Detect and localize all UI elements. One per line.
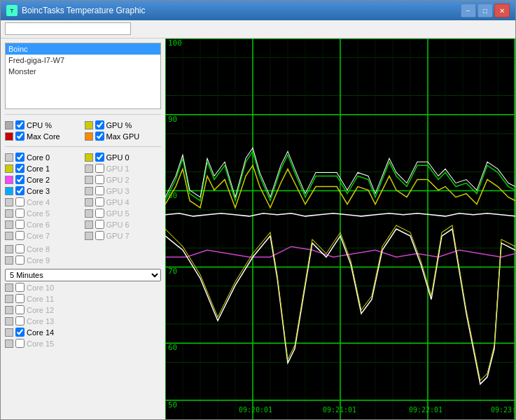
core6-swatch xyxy=(5,220,13,229)
core15-swatch xyxy=(5,340,13,348)
gpu6-checkbox[interactable] xyxy=(95,220,104,229)
time-dropdown-row: 1 Minute 5 Minutes 15 Minutes 30 Minutes… xyxy=(5,269,161,281)
computer-item-monster[interactable]: Monster xyxy=(6,66,160,77)
gpu2-checkbox[interactable] xyxy=(95,175,104,184)
core11-row: Core 11 xyxy=(5,293,161,304)
gpu7-swatch xyxy=(85,232,93,240)
core13-checkbox[interactable] xyxy=(15,316,25,326)
gpu1-label: GPU 1 xyxy=(106,164,130,173)
core0-label: Core 0 xyxy=(27,153,50,162)
title-buttons: − □ ✕ xyxy=(461,4,510,18)
window-title: BoincTasks Temperature Graphic xyxy=(22,6,146,15)
core1-row: Core 1 xyxy=(5,163,82,174)
core14-row: Core 14 xyxy=(5,327,161,337)
computer-item-boinc[interactable]: Boinc xyxy=(6,43,160,55)
core5-label: Core 5 xyxy=(27,209,50,218)
core11-checkbox[interactable] xyxy=(15,294,25,303)
gpu0-swatch xyxy=(85,153,93,162)
gpu1-swatch xyxy=(85,164,93,173)
max-gpu-label: Max GPU xyxy=(106,132,140,141)
max-gpu-swatch xyxy=(85,132,93,141)
core12-swatch xyxy=(5,306,13,314)
core9-row: Core 9 xyxy=(5,255,161,265)
gpu5-checkbox[interactable] xyxy=(95,209,104,218)
cpu-percent-checkbox[interactable] xyxy=(15,120,25,130)
extended-cores-list: Core 8 Core 9 1 Minute 5 Minutes 15 Minu… xyxy=(5,244,161,349)
core5-checkbox[interactable] xyxy=(15,209,25,218)
core12-row: Core 12 xyxy=(5,304,161,315)
core9-label: Core 9 xyxy=(27,256,50,265)
core3-swatch xyxy=(5,187,13,195)
gpu-percent-checkbox[interactable] xyxy=(95,120,104,130)
core2-checkbox[interactable] xyxy=(15,175,25,184)
gpu4-label: GPU 4 xyxy=(106,198,130,206)
core-gpu-checkboxes: Core 0 GPU 0 Core 1 GPU 1 xyxy=(5,152,161,241)
core5-row: Core 5 xyxy=(5,208,82,218)
core9-swatch xyxy=(5,256,13,265)
gpu7-checkbox[interactable] xyxy=(95,231,104,240)
time-select[interactable]: 1 Minute 5 Minutes 15 Minutes 30 Minutes… xyxy=(5,269,161,281)
core4-checkbox[interactable] xyxy=(15,197,25,206)
max-gpu-checkbox[interactable] xyxy=(95,132,104,141)
divider-1 xyxy=(5,114,161,115)
core2-label: Core 2 xyxy=(27,176,50,184)
gpu0-checkbox[interactable] xyxy=(95,153,104,162)
svg-text:100: 100 xyxy=(168,38,182,48)
svg-text:T: T xyxy=(11,8,14,14)
core13-row: Core 13 xyxy=(5,316,161,326)
core8-checkbox[interactable] xyxy=(15,244,25,253)
core10-checkbox[interactable] xyxy=(15,283,25,292)
core11-swatch xyxy=(5,295,13,303)
core3-checkbox[interactable] xyxy=(15,186,25,195)
gpu0-label: GPU 0 xyxy=(106,153,130,162)
core1-checkbox[interactable] xyxy=(15,164,25,173)
core9-checkbox[interactable] xyxy=(15,255,25,265)
svg-text:09:20:01: 09:20:01 xyxy=(239,406,272,414)
core4-swatch xyxy=(5,198,13,206)
gpu-percent-row: GPU % xyxy=(85,120,162,130)
core0-swatch xyxy=(5,153,13,162)
gpu1-checkbox[interactable] xyxy=(95,164,104,173)
gpu3-label: GPU 3 xyxy=(106,187,130,195)
close-button[interactable]: ✕ xyxy=(494,4,510,18)
gpu4-swatch xyxy=(85,198,93,206)
core12-label: Core 12 xyxy=(27,306,54,314)
max-core-row: Max Core xyxy=(5,131,82,141)
gpu6-label: GPU 6 xyxy=(106,220,130,229)
cpu-percent-label: CPU % xyxy=(27,121,52,130)
max-gpu-row: Max GPU xyxy=(85,131,162,141)
core10-label: Core 10 xyxy=(27,284,54,292)
temperature-graph: 100 90 80 70 60 50 09:20:01 09:21:01 09:… xyxy=(165,38,515,419)
toolbar xyxy=(1,20,515,38)
core10-row: Core 10 xyxy=(5,282,161,293)
max-core-checkbox[interactable] xyxy=(15,132,25,141)
cpu-percent-swatch xyxy=(5,121,13,130)
core11-label: Core 11 xyxy=(27,295,54,303)
computer-item-fred[interactable]: Fred-giga-I7-W7 xyxy=(6,55,160,66)
svg-text:60: 60 xyxy=(168,343,177,352)
core4-row: Core 4 xyxy=(5,197,82,207)
core2-swatch xyxy=(5,176,13,184)
core15-checkbox[interactable] xyxy=(15,339,25,348)
divider-2 xyxy=(5,146,161,147)
maximize-button[interactable]: □ xyxy=(477,4,493,18)
gpu3-checkbox[interactable] xyxy=(95,186,104,195)
core8-label: Core 8 xyxy=(27,245,50,253)
core6-checkbox[interactable] xyxy=(15,220,25,229)
svg-text:70: 70 xyxy=(168,267,177,276)
core14-checkbox[interactable] xyxy=(15,328,25,337)
core7-label: Core 7 xyxy=(27,232,50,240)
core12-checkbox[interactable] xyxy=(15,305,25,314)
core3-label: Core 3 xyxy=(27,187,50,195)
core6-row: Core 6 xyxy=(5,219,82,230)
core10-swatch xyxy=(5,284,13,292)
gpu4-checkbox[interactable] xyxy=(95,197,104,206)
core0-checkbox[interactable] xyxy=(15,153,25,162)
gpu3-row: GPU 3 xyxy=(85,186,162,196)
minimize-button[interactable]: − xyxy=(461,4,476,18)
gpu-percent-label: GPU % xyxy=(106,121,132,130)
computer-list[interactable]: Boinc Fred-giga-I7-W7 Monster xyxy=(5,43,161,109)
core7-checkbox[interactable] xyxy=(15,231,25,240)
core14-swatch xyxy=(5,328,13,337)
core15-label: Core 15 xyxy=(27,340,54,348)
